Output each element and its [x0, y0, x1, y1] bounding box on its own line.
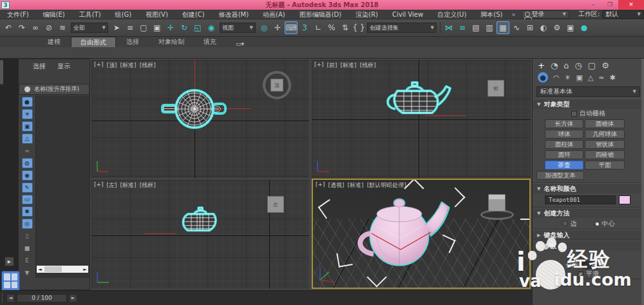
sign-in-dropdown[interactable]: 登录 ▼ — [522, 10, 569, 19]
ribbon-tab-freeform[interactable]: 自由形式 — [71, 37, 116, 47]
teapot-front-wireframe[interactable] — [378, 81, 455, 121]
viewport-menu-pov[interactable]: [顶] — [107, 61, 117, 70]
expand-panel-button[interactable]: ▶ — [5, 257, 14, 266]
menu-create[interactable]: 创建(C) — [175, 10, 212, 19]
viewport-left[interactable]: [+] [左] [标准] [线框] — [91, 180, 309, 289]
edge-radio[interactable]: 边 — [562, 219, 577, 228]
menu-modifiers[interactable]: 修改器(M) — [212, 10, 256, 19]
viewport-menu-shading[interactable]: [默认明暗处理] — [367, 181, 406, 190]
menu-tools[interactable]: 工具(T) — [72, 10, 108, 19]
spinner-arrows[interactable]: ▲▼ — [600, 261, 603, 269]
menu-views[interactable]: 视图(V) — [138, 10, 175, 19]
rollout-header-parameters[interactable]: ▼参数 — [533, 241, 644, 251]
primitive-button-box[interactable]: 长方体 — [545, 119, 583, 128]
viewport-front[interactable]: [+] [前] [标准] [线框] — [312, 60, 531, 178]
viewport-menu-pov[interactable]: [左] — [107, 181, 117, 190]
category-cameras[interactable]: ▣ — [576, 74, 582, 82]
filter-icon-materials[interactable]: ◍ — [22, 158, 33, 168]
viewcube-3d[interactable] — [479, 192, 515, 224]
scroll-right-icon[interactable]: ► — [82, 267, 88, 272]
toolbar-edit-named-selection-sets[interactable]: { } — [352, 21, 365, 34]
viewport-menu-renderer[interactable]: [标准] — [348, 181, 364, 190]
viewport-menu-general[interactable]: [+] — [314, 61, 324, 70]
toolbar-render-setup[interactable]: ⚙ — [551, 21, 564, 34]
object-color-swatch[interactable] — [619, 195, 630, 204]
menu-overflow-button[interactable]: » — [509, 11, 517, 18]
toolbar-select-object[interactable]: ➤ — [110, 21, 123, 34]
teapot-left-wireframe[interactable] — [170, 204, 228, 238]
filter-icon-shapes[interactable]: ▯ — [22, 231, 33, 241]
toolbar-select-and-link[interactable]: ∞ — [29, 21, 42, 34]
filter-icon-bones[interactable]: ◉ — [22, 170, 33, 181]
viewport-menu-shading[interactable]: [线框] — [140, 181, 156, 190]
panel-tab-hierarchy[interactable]: ⌂ — [564, 61, 569, 70]
prev-frame-button[interactable]: ◄ — [6, 294, 15, 302]
filter-icon-expression[interactable]: E — [22, 255, 33, 266]
category-lights[interactable]: ☀ — [565, 74, 571, 82]
filter-icon-geometry[interactable]: ● — [22, 97, 33, 107]
rollout-header-creation-method[interactable]: ▼创建方法 — [533, 208, 644, 218]
scroll-left-icon[interactable]: ◄ — [37, 267, 43, 272]
viewport-menu-renderer[interactable]: [标准] — [341, 61, 357, 70]
primitive-button-pyramid[interactable]: 四棱锥 — [585, 150, 625, 159]
toolbar-unlink-selection[interactable]: ⊘ — [43, 21, 55, 34]
toolbar-undo[interactable]: ↶ — [2, 21, 15, 34]
ribbon-tab-modeling[interactable]: 建模 — [39, 37, 70, 47]
primitive-category-dropdown[interactable]: 标准基本体 ▼ — [536, 86, 640, 97]
toolbar-select-and-rotate[interactable]: ↻ — [178, 21, 191, 34]
scene-object-list[interactable] — [35, 95, 90, 278]
close-button[interactable]: ✕ — [618, 0, 644, 10]
panel-grip[interactable] — [0, 60, 3, 84]
menu-scripting[interactable]: 脚本(S) — [473, 10, 509, 19]
toolbar-angle-snap[interactable]: ∟ — [312, 21, 325, 34]
selection-filter-dropdown[interactable]: 全部▼ — [71, 23, 108, 33]
object-name-input[interactable]: Teapot001 — [545, 195, 616, 204]
toolbar-select-and-move[interactable]: ✛ — [164, 21, 177, 34]
minimize-button[interactable]: – — [585, 0, 601, 10]
primitive-button-cone[interactable]: 圆锥体 — [585, 119, 625, 128]
category-shapes[interactable]: ◠ — [553, 74, 560, 82]
reference-coordinate-dropdown[interactable]: 视图▼ — [220, 23, 256, 33]
scene-explorer-menu-select[interactable]: 选择 — [33, 62, 46, 71]
viewport-menu-shading[interactable]: [线框] — [360, 61, 376, 70]
toolbar-toggle-scene-explorer[interactable]: ▤ — [469, 21, 482, 34]
ribbon-tab-object-paint[interactable]: 对象绘制 — [149, 37, 193, 47]
primitive-button-textplus[interactable]: 加强型文本 — [536, 171, 584, 180]
viewport-menu-shading[interactable]: [线框] — [140, 61, 156, 70]
filter-icon-swatch[interactable]: ■ — [22, 243, 33, 253]
toolbar-select-by-name[interactable]: ≡ — [124, 21, 137, 34]
panel-tab-modify[interactable]: ◔ — [551, 61, 558, 70]
toolbar-select-and-manipulate[interactable]: ✛ — [271, 21, 284, 34]
viewport-menu-general[interactable]: [+] — [316, 181, 325, 190]
menu-group[interactable]: 组(G) — [108, 10, 139, 19]
viewport-layout-tab[interactable] — [1, 271, 20, 291]
viewport-menu-renderer[interactable]: [标准] — [120, 181, 137, 190]
menu-animation[interactable]: 动画(A) — [256, 10, 292, 19]
menu-customize[interactable]: 自定义(U) — [430, 10, 473, 19]
next-frame-button[interactable]: ► — [69, 294, 77, 302]
menu-graph-editors[interactable]: 图形编辑器(D) — [292, 10, 349, 19]
viewport-menu-general[interactable]: [+] — [94, 61, 104, 70]
toolbar-ribbon-toggle[interactable]: ▦ — [497, 21, 509, 34]
autogrid-checkbox[interactable] — [571, 111, 577, 117]
toolbar-toggle-layer-explorer[interactable]: ▥ — [483, 21, 496, 34]
panel-tab-motion[interactable]: ◷ — [575, 61, 582, 70]
toolbar-snap-toggle-3d[interactable]: 3 — [298, 21, 311, 34]
filter-icon-custom-filter[interactable]: ▼ — [22, 268, 33, 278]
viewport-top[interactable]: [+] [顶] [标准] [线框] — [91, 60, 309, 178]
filter-icon-space-warps[interactable]: ≈ — [22, 146, 33, 156]
segments-input[interactable]: 4 — [582, 261, 598, 269]
ribbon-tab-populate[interactable]: 填充 — [194, 37, 225, 47]
named-selection-sets-dropdown[interactable]: 创建选择集▼ — [367, 23, 437, 33]
viewcube[interactable]: 左 — [261, 190, 290, 219]
primitive-button-tube[interactable]: 管状体 — [585, 140, 625, 149]
toolbar-bind-to-space-warp[interactable]: ≋ — [56, 21, 69, 34]
toolbar-keyboard-shortcut-override[interactable]: ⌨ — [285, 21, 298, 34]
toolbar-mirror[interactable]: ⋈ — [442, 21, 455, 34]
toolbar-select-and-scale[interactable]: ◱ — [191, 21, 204, 34]
explorer-hscrollbar[interactable]: ◄ ► — [37, 266, 88, 273]
teapot-shaded[interactable] — [345, 195, 455, 279]
viewport-menu-pov[interactable]: [透视] — [328, 181, 345, 190]
category-space-warps[interactable]: ≈ — [598, 74, 604, 82]
viewport-menu-renderer[interactable]: [标准] — [120, 61, 137, 70]
